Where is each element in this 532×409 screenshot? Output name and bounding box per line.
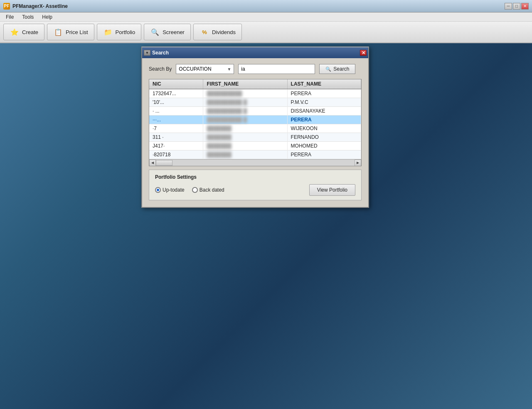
title-bar: PF PFManagerX- Assetline ─ □ ✕ <box>0 0 532 12</box>
table-row[interactable]: · ...██████████ █DISSANAYAKE <box>149 107 361 116</box>
dialog-body: Search By OCCUPATION ▼ 🔍 Search <box>142 58 368 207</box>
minimize-button[interactable]: ─ <box>505 3 512 10</box>
scroll-left-arrow[interactable]: ◀ <box>149 160 156 166</box>
menu-file[interactable]: File <box>2 13 18 21</box>
cell-first-name: ███████ <box>203 150 287 159</box>
dialog-title: Search <box>152 50 169 56</box>
search-button-icon: 🔍 <box>325 67 331 72</box>
create-icon: ⭐ <box>10 27 20 37</box>
cell-nic: '10'... <box>149 98 203 107</box>
cell-last-name: DISSANAYAKE <box>287 107 361 116</box>
scroll-thumb[interactable] <box>156 160 172 166</box>
radio-up-to-date-label: Up-todate <box>163 187 185 193</box>
price-list-label: Price List <box>66 29 88 35</box>
search-row: Search By OCCUPATION ▼ 🔍 Search <box>149 64 362 74</box>
view-portfolio-label: View Portfolio <box>317 187 347 193</box>
horizontal-scrollbar[interactable]: ◀ ▶ <box>149 159 361 166</box>
restore-button[interactable]: □ <box>513 3 520 10</box>
col-last-name: LAST_NAME <box>287 79 361 89</box>
close-button[interactable]: ✕ <box>521 3 529 10</box>
screener-button[interactable]: 🔍 Screener <box>144 24 191 40</box>
portfolio-settings-section: Portfolio Settings Up-todate Back dated <box>149 170 362 200</box>
app-icon: PF <box>3 3 10 10</box>
radio-back-dated-circle <box>192 187 198 193</box>
table-row[interactable]: 311 ·███████FERNANDO <box>149 133 361 142</box>
desktop: ▼ Search ✕ Search By OCCUPATION ▼ 🔍 Sear… <box>0 43 532 409</box>
table-row[interactable]: J417·███████MOHOMED <box>149 142 361 150</box>
cell-last-name: PERERA <box>287 116 361 124</box>
cell-last-name: PERERA <box>287 150 361 159</box>
menu-help[interactable]: Help <box>38 13 57 21</box>
dividends-label: Dividends <box>212 29 236 35</box>
dialog-title-left: ▼ Search <box>144 50 169 56</box>
menu-tools[interactable]: Tools <box>18 13 38 21</box>
search-dialog: ▼ Search ✕ Search By OCCUPATION ▼ 🔍 Sear… <box>141 47 369 208</box>
cell-nic: ···... <box>149 116 203 124</box>
scroll-right-arrow[interactable]: ▶ <box>355 160 361 166</box>
cell-last-name: MOHOMED <box>287 142 361 150</box>
toolbar: ⭐ Create 📋 Price List 📁 Portfolio 🔍 Scre… <box>0 22 532 43</box>
portfolio-icon: 📁 <box>103 27 113 37</box>
cell-first-name: ███████ · <box>203 124 287 133</box>
cell-first-name: ██████████ <box>203 89 287 98</box>
cell-last-name: FERNANDO <box>287 133 361 142</box>
scroll-track[interactable] <box>156 160 355 166</box>
search-input[interactable] <box>238 64 315 74</box>
table-scroll-wrapper[interactable]: NIC FIRST_NAME LAST_NAME 1732647...█████… <box>149 79 361 159</box>
dialog-close-button[interactable]: ✕ <box>360 50 367 56</box>
price-list-button[interactable]: 📋 Price List <box>47 24 94 40</box>
app-title: PFManagerX- Assetline <box>12 3 68 9</box>
cell-nic: ·7 <box>149 124 203 133</box>
radio-up-to-date-circle <box>155 187 161 193</box>
cell-nic: J417· <box>149 142 203 150</box>
dialog-minimize-button[interactable]: ▼ <box>144 50 150 56</box>
search-button-label: Search <box>333 66 349 72</box>
radio-up-to-date[interactable]: Up-todate <box>155 187 185 193</box>
search-by-value: OCCUPATION <box>179 66 211 72</box>
table-row[interactable]: '10'...██████████ █P.M.V.C <box>149 98 361 107</box>
cell-first-name: ██████████ █ <box>203 98 287 107</box>
cell-nic: · ... <box>149 107 203 116</box>
title-bar-left: PF PFManagerX- Assetline <box>3 3 68 10</box>
screener-icon: 🔍 <box>150 27 160 37</box>
create-button[interactable]: ⭐ Create <box>3 24 44 40</box>
cell-last-name: WIJEKOON <box>287 124 361 133</box>
cell-nic: 1732647... <box>149 89 203 98</box>
view-portfolio-button[interactable]: View Portfolio <box>309 184 355 196</box>
cell-nic: 311 · <box>149 133 203 142</box>
dialog-title-bar: ▼ Search ✕ <box>142 47 368 58</box>
results-table-container: NIC FIRST_NAME LAST_NAME 1732647...█████… <box>149 79 362 166</box>
dividends-button[interactable]: % Dividends <box>193 24 242 40</box>
menu-bar: File Tools Help <box>0 12 532 22</box>
dividends-icon: % <box>200 27 209 37</box>
search-button[interactable]: 🔍 Search <box>319 64 355 74</box>
cell-last-name: PERERA <box>287 89 361 98</box>
table-row[interactable]: ···...██████████ █PERERA <box>149 116 361 124</box>
search-by-label: Search By <box>149 66 172 72</box>
radio-back-dated-label: Back dated <box>200 187 224 193</box>
table-row[interactable]: ·7███████ ·WIJEKOON <box>149 124 361 133</box>
cell-nic: ·820718 <box>149 150 203 159</box>
cell-first-name: ███████ <box>203 133 287 142</box>
cell-first-name: ██████████ █ <box>203 107 287 116</box>
results-table: NIC FIRST_NAME LAST_NAME 1732647...█████… <box>149 79 361 159</box>
table-row[interactable]: ·820718███████PERERA <box>149 150 361 159</box>
price-list-icon: 📋 <box>53 27 63 37</box>
portfolio-button[interactable]: 📁 Portfolio <box>97 24 142 40</box>
table-header-row: NIC FIRST_NAME LAST_NAME <box>149 79 361 89</box>
cell-last-name: P.M.V.C <box>287 98 361 107</box>
radio-back-dated[interactable]: Back dated <box>192 187 224 193</box>
dropdown-arrow-icon: ▼ <box>227 67 231 71</box>
cell-first-name: ██████████ █ <box>203 116 287 124</box>
portfolio-row: Up-todate Back dated View Portfolio <box>155 184 355 196</box>
table-row[interactable]: 1732647...██████████PERERA <box>149 89 361 98</box>
screener-label: Screener <box>163 29 185 35</box>
cell-first-name: ███████ <box>203 142 287 150</box>
col-nic: NIC <box>149 79 203 89</box>
portfolio-settings-title: Portfolio Settings <box>155 174 355 180</box>
radio-group: Up-todate Back dated <box>155 187 224 193</box>
col-first-name: FIRST_NAME <box>203 79 287 89</box>
portfolio-label: Portfolio <box>116 29 135 35</box>
window-controls: ─ □ ✕ <box>505 3 529 10</box>
search-by-dropdown[interactable]: OCCUPATION ▼ <box>176 64 234 74</box>
